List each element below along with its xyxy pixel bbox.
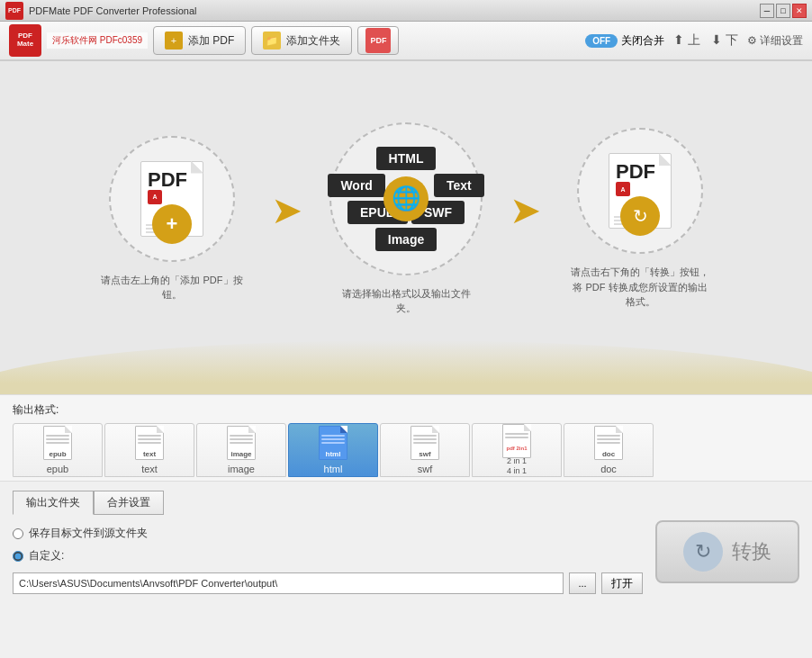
image-format-btn[interactable]: Image xyxy=(375,228,437,251)
step3-circle: PDF ↻ A xyxy=(577,128,703,254)
html-tab-label: html xyxy=(324,464,343,474)
doc-tab-label: doc xyxy=(600,464,617,474)
radio-source-label: 保存目标文件到源文件夹 xyxy=(29,526,148,541)
pdf-text-label: PDF xyxy=(148,168,187,192)
up-button[interactable]: ⬆ 上 xyxy=(672,31,702,50)
toggle-label: 关闭合并 xyxy=(621,33,664,49)
step2-desc: 请选择输出格式以及输出文件夹。 xyxy=(334,286,478,316)
pdf-output-doc: PDF ↻ A xyxy=(609,153,672,229)
tab-output-folder[interactable]: 输出文件夹 xyxy=(13,491,94,515)
pdf-input-doc: PDF + A xyxy=(140,161,203,237)
tab-merge-settings[interactable]: 合并设置 xyxy=(94,491,164,515)
minimize-button[interactable]: ─ xyxy=(760,4,774,18)
adobe-icon: A xyxy=(148,190,162,204)
title-bar-left: PDF PDFMate PDF Converter Professional xyxy=(5,2,196,20)
browse-button[interactable]: ... xyxy=(569,572,596,594)
toggle-state: OFF xyxy=(585,34,618,48)
format-globe-icon: 🌐 xyxy=(383,176,429,221)
step3-desc: 请点击右下角的「转换」按钮，将 PDF 转换成您所设置的输出格式。 xyxy=(568,265,712,310)
add-pdf-icon: + xyxy=(165,32,183,50)
tab-epub[interactable]: epub epub xyxy=(13,423,103,477)
settings-button[interactable]: ⚙ 详细设置 xyxy=(747,33,803,49)
toolbar-left: PDFMate 河乐软件网 PDFc0359 + 添加 PDF 📁 添加文件夹 … xyxy=(9,24,399,57)
add-folder-label: 添加文件夹 xyxy=(286,33,340,49)
pdf-icon: PDF xyxy=(365,28,391,53)
text-tab-label: text xyxy=(141,464,158,474)
step1-item: PDF + A 请点击左上角的「添加 PDF」按钮。 xyxy=(100,136,244,302)
doc-icon: doc xyxy=(594,426,623,460)
add-folder-button[interactable]: 📁 添加文件夹 xyxy=(251,26,352,55)
convert-button[interactable]: ↻ 转换 xyxy=(655,520,799,583)
tab-image[interactable]: image image xyxy=(196,423,286,477)
pdf2in1-icon: pdf 2in1 xyxy=(502,424,531,453)
radio-custom-item: 自定义: xyxy=(13,548,643,563)
step2-circle: 🌐 HTML Word Text EPUB SWF Image xyxy=(329,122,483,275)
radio-source-item: 保存目标文件到源文件夹 xyxy=(13,526,643,541)
title-bar: PDF PDFMate PDF Converter Professional ─… xyxy=(0,0,812,22)
add-badge: + xyxy=(152,204,192,244)
arrow1: ➤ xyxy=(271,188,302,232)
tab-swf[interactable]: swf swf xyxy=(380,423,470,477)
down-button[interactable]: ⬇ 下 xyxy=(709,31,740,50)
toolbar-right: OFF 关闭合并 ⬆ 上 ⬇ 下 ⚙ 详细设置 xyxy=(585,31,803,50)
toggle-merge[interactable]: OFF 关闭合并 xyxy=(585,33,664,49)
maximize-button[interactable]: □ xyxy=(776,4,790,18)
word-format-btn[interactable]: Word xyxy=(328,174,385,197)
brand-logo: PDFMate xyxy=(9,24,41,57)
swf-icon: swf xyxy=(411,426,439,460)
format-tabs: epub epub text text xyxy=(13,423,799,477)
window-controls: ─ □ ✕ xyxy=(760,4,807,18)
convert-icon: ↻ xyxy=(683,532,723,572)
text-icon: text xyxy=(135,426,164,460)
tab-html[interactable]: html html xyxy=(288,423,378,477)
tab-pdf2in1[interactable]: pdf 2in1 2 in 14 in 1 xyxy=(472,423,562,477)
window-title: PDFMate PDF Converter Professional xyxy=(29,5,196,16)
app-logo: PDF xyxy=(5,2,23,20)
main-content: PDF + A 请点击左上角的「添加 PDF」按钮。 ➤ 🌐 xyxy=(100,122,712,316)
close-button[interactable]: ✕ xyxy=(792,4,807,18)
pdf2in1-tab-label: 2 in 14 in 1 xyxy=(507,456,527,476)
pdf-output-label: PDF xyxy=(616,160,655,184)
radio-custom-input[interactable] xyxy=(13,551,23,562)
bottom-section: 输出文件夹 合并设置 保存目标文件到源文件夹 自定义: ... 打 xyxy=(0,481,812,603)
output-format-section: 输出格式: epub epub xyxy=(0,394,812,481)
main-area: PDF + A 请点击左上角的「添加 PDF」按钮。 ➤ 🌐 xyxy=(0,61,812,394)
path-row: ... 打开 xyxy=(13,572,643,594)
radio-custom-label: 自定义: xyxy=(29,548,64,563)
format-section-label: 输出格式: xyxy=(13,402,799,418)
settings-tabs: 输出文件夹 合并设置 xyxy=(13,491,643,515)
adobe-output-icon: A xyxy=(616,182,630,196)
swf-tab-label: swf xyxy=(418,464,433,474)
step1-desc: 请点击左上角的「添加 PDF」按钮。 xyxy=(100,273,244,302)
gear-icon: ⚙ xyxy=(747,34,757,47)
add-folder-icon: 📁 xyxy=(263,32,281,50)
open-button[interactable]: 打开 xyxy=(601,572,643,594)
toolbar: PDFMate 河乐软件网 PDFc0359 + 添加 PDF 📁 添加文件夹 … xyxy=(0,22,812,61)
step2-item: 🌐 HTML Word Text EPUB SWF Image 请选 xyxy=(329,122,483,316)
tab-doc[interactable]: doc doc xyxy=(564,423,654,477)
radio-source-input[interactable] xyxy=(13,528,23,539)
bottom-left: 输出文件夹 合并设置 保存目标文件到源文件夹 自定义: ... 打 xyxy=(13,491,643,594)
wave-decoration xyxy=(0,340,812,394)
path-input[interactable] xyxy=(13,572,564,594)
add-pdf-button[interactable]: + 添加 PDF xyxy=(153,26,246,55)
arrow2: ➤ xyxy=(510,188,541,232)
radio-group: 保存目标文件到源文件夹 自定义: xyxy=(13,526,643,563)
html-format-btn[interactable]: HTML xyxy=(376,147,437,170)
step1-circle: PDF + A xyxy=(109,136,235,262)
step3-item: PDF ↻ A 请点击右下角的「转换」按钮，将 PDF 转换成您所设置的输出格式… xyxy=(568,128,712,310)
epub-icon: epub xyxy=(43,426,72,460)
image-icon: image xyxy=(227,426,256,460)
refresh-badge: ↻ xyxy=(620,196,660,236)
settings-label: 详细设置 xyxy=(760,33,803,49)
tab-text[interactable]: text text xyxy=(104,423,194,477)
convert-label: 转换 xyxy=(732,538,771,565)
watermark-text: 河乐软件网 PDFc0359 xyxy=(47,32,148,49)
pdf-action-button[interactable]: PDF xyxy=(357,26,399,55)
add-pdf-label: 添加 PDF xyxy=(188,33,234,49)
epub-tab-label: epub xyxy=(47,464,68,474)
html-icon: html xyxy=(319,426,347,460)
image-tab-label: image xyxy=(228,464,255,474)
text-format-btn[interactable]: Text xyxy=(434,174,484,197)
